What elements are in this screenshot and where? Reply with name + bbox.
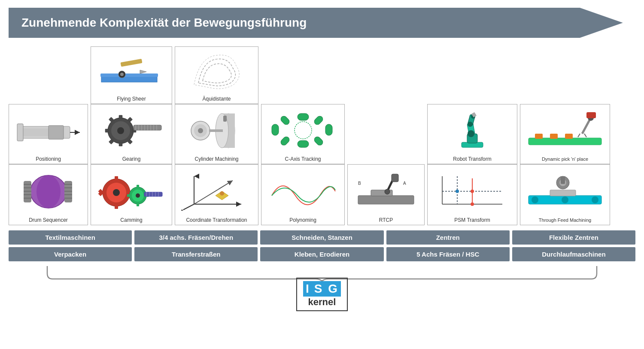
svg-point-27 [117, 127, 124, 134]
svg-rect-118 [565, 134, 573, 139]
svg-rect-92 [358, 196, 414, 204]
caxis-label: C-Axis Tracking [285, 156, 321, 162]
svg-rect-84 [298, 141, 309, 147]
cards-area: Positioning [9, 46, 635, 225]
cylinder-img [177, 107, 256, 154]
dynamic-img [522, 107, 608, 155]
svg-rect-49 [115, 205, 118, 209]
svg-rect-132 [561, 176, 565, 184]
col-robot: Robot Transform [427, 104, 517, 225]
labels-section: Textilmaschinen 3/4 achs. Fräsen/Drehen … [9, 230, 635, 261]
rtcp-label: RTCP [379, 217, 393, 223]
isg-logo: I S G kernel [296, 278, 348, 311]
logo-i: I [303, 281, 312, 297]
label-5achs: 5 Achs Fräsen / HSC [386, 247, 510, 261]
card-aquidistante: Äquidistante [175, 46, 258, 104]
svg-rect-88 [313, 115, 324, 126]
card-through-feed: Through Feed Machining [520, 164, 610, 225]
svg-rect-96 [392, 174, 398, 182]
svg-rect-129 [550, 190, 576, 196]
svg-rect-124 [586, 112, 596, 118]
card-polynoming: Polynoming [261, 164, 345, 225]
svg-marker-24 [140, 70, 146, 73]
svg-point-104 [468, 122, 473, 127]
gearing-img [93, 107, 170, 154]
card-flying-sheer: Flying Sheer [91, 46, 172, 104]
arrow-header: Zunehmende Komplexität der Bewegungsführ… [9, 8, 635, 38]
positioning-label: Positioning [36, 156, 61, 162]
card-caxis: C-Axis Tracking [261, 104, 345, 164]
logo-letters: I S G [303, 281, 341, 297]
svg-point-103 [468, 130, 474, 137]
svg-point-82 [220, 191, 224, 196]
caxis-img [263, 107, 343, 154]
label-durchlauf: Durchlaufmaschinen [512, 247, 635, 261]
svg-rect-85 [272, 124, 279, 135]
svg-line-79 [183, 204, 194, 210]
label-verpacken: Verpacken [9, 247, 132, 261]
col-rtcp: A B RTCP [347, 164, 425, 225]
dynamic-label: Dynamic pick 'n' place [542, 156, 588, 162]
cylinder-label: Cylinder Machining [194, 156, 238, 162]
psm-img [429, 167, 515, 215]
arrow-title: Zunehmende Komplexität der Bewegungsführ… [21, 16, 307, 30]
logo-g: G [325, 281, 341, 297]
svg-point-126 [532, 196, 538, 203]
svg-rect-60 [137, 204, 139, 206]
svg-line-123 [584, 134, 586, 137]
rtcp-img: A B [349, 167, 422, 215]
logo-kernel-text: kernel [308, 297, 336, 307]
main-container: Zunehmende Komplexität der Bewegungsführ… [0, 0, 644, 315]
flying-sheer-img [93, 49, 170, 94]
drum-label: Drum Sequencer [29, 217, 68, 223]
svg-rect-86 [325, 124, 332, 135]
svg-point-113 [471, 190, 474, 193]
svg-point-114 [471, 202, 474, 206]
svg-rect-48 [115, 176, 118, 180]
robot-label: Robot Transform [453, 156, 491, 162]
svg-line-122 [578, 134, 580, 137]
svg-rect-28 [119, 115, 122, 119]
camming-label: Camming [120, 217, 142, 223]
svg-text:B: B [358, 181, 361, 186]
labels-row-1: Textilmaschinen 3/4 achs. Fräsen/Drehen … [9, 230, 635, 245]
arrow-shape: Zunehmende Komplexität der Bewegungsführ… [9, 8, 623, 38]
poly-label: Polynoming [289, 217, 316, 223]
through-feed-img [522, 167, 608, 216]
svg-rect-2 [49, 126, 64, 139]
svg-rect-116 [535, 134, 543, 139]
col-dynamic: Dynamic pick 'n' place [520, 104, 610, 225]
svg-point-6 [36, 175, 61, 208]
label-flexible: Flexible Zentren [512, 230, 635, 245]
through-feed-label: Through Feed Machining [539, 217, 591, 223]
label-schneiden: Schneiden, Stanzen [260, 230, 383, 245]
svg-point-74 [198, 128, 203, 133]
svg-point-95 [385, 189, 390, 194]
svg-rect-87 [279, 115, 290, 126]
svg-rect-21 [121, 59, 143, 67]
label-zentren: Zentren [386, 230, 510, 245]
card-cylinder: Cylinder Machining [175, 104, 258, 164]
svg-rect-4 [17, 124, 23, 141]
label-kleben: Kleben, Erodieren [260, 247, 383, 261]
card-positioning: Positioning [9, 104, 88, 164]
card-drum-sequencer: Drum Sequencer [9, 164, 88, 225]
positioning-img [11, 107, 86, 154]
svg-rect-89 [279, 135, 290, 146]
svg-rect-29 [119, 143, 122, 146]
card-psm-transform: PSM Transform [427, 164, 517, 225]
card-robot-transform: Robot Transform [427, 104, 517, 164]
svg-point-58 [136, 193, 140, 198]
drum-img [11, 167, 86, 215]
logo-kernel: kernel [308, 297, 336, 308]
labels-row-2: Verpacken Transferstraßen Kleben, Erodie… [9, 247, 635, 261]
brace-logo-area: I S G kernel [9, 264, 635, 311]
svg-rect-59 [137, 185, 139, 187]
flying-sheer-label: Flying Sheer [117, 96, 146, 102]
logo-s: S [312, 281, 325, 297]
card-coord-transform: Coordinate Transformation [175, 164, 258, 225]
col-caxis: C-Axis Tracking Polynoming [261, 104, 345, 225]
card-camming: Camming [91, 164, 172, 225]
svg-rect-76 [223, 116, 227, 122]
psm-label: PSM Transform [454, 217, 490, 223]
